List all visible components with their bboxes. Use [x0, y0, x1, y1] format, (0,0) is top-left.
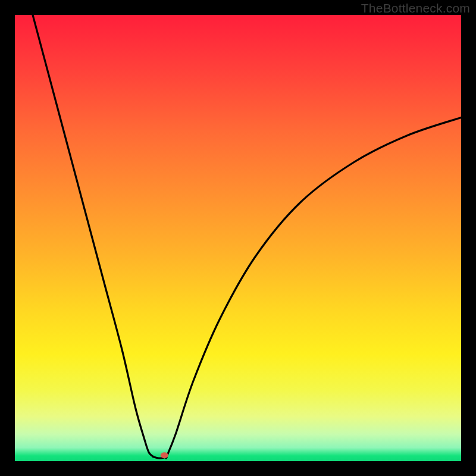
- optimal-point-marker: [161, 452, 168, 458]
- watermark-text: TheBottleneck.com: [361, 1, 470, 15]
- curve-svg: [15, 15, 461, 461]
- bottleneck-curve: [33, 15, 461, 458]
- plot-area: [15, 15, 461, 461]
- chart-frame: TheBottleneck.com: [0, 0, 476, 476]
